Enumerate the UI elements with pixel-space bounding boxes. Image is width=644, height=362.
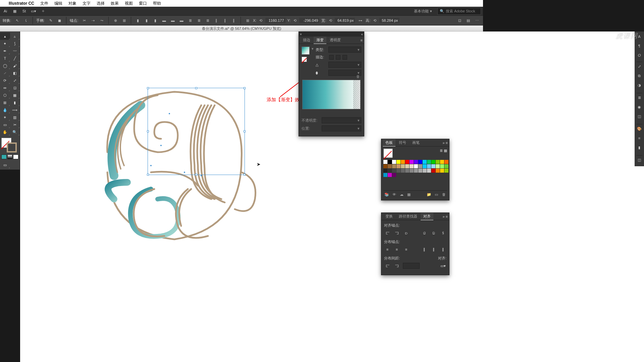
- hand-tool[interactable]: ✋: [0, 128, 10, 136]
- lasso-tool[interactable]: ⟆: [10, 40, 20, 47]
- direct-selection-tool[interactable]: ▵: [10, 33, 20, 40]
- swatch-cell[interactable]: [405, 169, 409, 173]
- tab-swatches[interactable]: 色板: [383, 139, 395, 146]
- dist-h1-icon[interactable]: ≣: [187, 17, 194, 24]
- shaper-tool[interactable]: ⟋: [0, 69, 10, 77]
- swatch-cell[interactable]: [383, 164, 387, 168]
- artboard-tool[interactable]: ▭: [0, 121, 10, 128]
- align-to-dropdown[interactable]: ▭▾: [440, 263, 446, 269]
- swatch-delete-icon[interactable]: 🗑: [441, 192, 446, 197]
- swatch-cell[interactable]: [392, 164, 396, 168]
- grid-view-icon[interactable]: ▦: [444, 148, 447, 153]
- swatch-show-icon[interactable]: 👁: [391, 192, 397, 197]
- menu-object[interactable]: 对象: [68, 1, 76, 6]
- swatch-cell[interactable]: [418, 164, 422, 168]
- link-y-icon[interactable]: ⟲: [291, 17, 298, 24]
- globe-icon[interactable]: ⊕: [112, 17, 119, 24]
- anchor-curve-icon[interactable]: ⤳: [98, 17, 105, 24]
- selection-tool[interactable]: ▴: [0, 33, 10, 40]
- link-x-icon[interactable]: ⟲: [258, 17, 264, 24]
- swatch-cell[interactable]: [436, 160, 440, 164]
- gradient-mode-swatch[interactable]: [7, 155, 13, 159]
- swatch-cell[interactable]: [414, 169, 418, 173]
- swatch-cell[interactable]: [410, 160, 414, 164]
- panel-close-icon[interactable]: ×: [300, 33, 302, 36]
- stock-icon[interactable]: St: [21, 8, 28, 14]
- snap-icon[interactable]: ⊞: [121, 17, 127, 24]
- handle-tl[interactable]: [147, 87, 149, 89]
- swatch-cell[interactable]: [388, 160, 392, 164]
- line-tool[interactable]: ╱: [10, 55, 20, 62]
- scale-tool[interactable]: ⤢: [10, 77, 20, 84]
- dist-v2-icon[interactable]: ∥: [222, 17, 228, 24]
- anchor-cut-icon[interactable]: ✂: [81, 17, 88, 24]
- fill-none-swatch[interactable]: [302, 57, 307, 62]
- dist-left-icon[interactable]: ∥: [421, 246, 428, 252]
- dist-v3-icon[interactable]: ∥: [230, 17, 237, 24]
- swatch-cell[interactable]: [423, 164, 427, 168]
- stop-opacity-input[interactable]: ▾: [322, 117, 361, 123]
- home-icon[interactable]: Ai: [2, 8, 9, 14]
- menu-effect[interactable]: 效果: [111, 1, 119, 6]
- stroke-swatch[interactable]: [7, 142, 17, 153]
- swatch-cell[interactable]: [418, 169, 422, 173]
- mesh-tool[interactable]: ⊞: [0, 99, 10, 106]
- swatch-cell[interactable]: [405, 160, 409, 164]
- anchor-join-icon[interactable]: ⇢: [90, 17, 96, 24]
- menu-help[interactable]: 帮助: [153, 1, 161, 6]
- handle-tr[interactable]: [244, 87, 246, 89]
- menu-view[interactable]: 视图: [125, 1, 133, 6]
- dist-bottom-icon[interactable]: ≡: [403, 246, 410, 252]
- swatch-cell[interactable]: [431, 164, 435, 168]
- curvature-tool[interactable]: 〰: [10, 47, 20, 55]
- convert-corner-icon[interactable]: ↖: [14, 17, 20, 24]
- swatch-cell[interactable]: [383, 173, 387, 177]
- swatch-cell[interactable]: [396, 164, 400, 168]
- eraser-tool[interactable]: ◧: [10, 69, 20, 77]
- swatch-cell[interactable]: [401, 164, 405, 168]
- dist-top-icon[interactable]: ≡: [384, 246, 391, 252]
- type-tool[interactable]: T: [0, 55, 10, 62]
- swatch-cell[interactable]: [401, 169, 405, 173]
- handle-mr[interactable]: [244, 130, 246, 132]
- align-c-icon[interactable]: ▮: [143, 17, 150, 24]
- bridge-icon[interactable]: ▦: [11, 8, 18, 14]
- tab-align[interactable]: 对齐: [421, 213, 433, 220]
- align-bottom-icon[interactable]: ⫓: [440, 230, 446, 236]
- arrange-icon[interactable]: ▭▾: [30, 8, 37, 14]
- pref-icon[interactable]: ✧: [40, 8, 46, 14]
- align-right-icon[interactable]: ⫐: [403, 230, 410, 236]
- align-b-icon[interactable]: ▬: [178, 17, 185, 24]
- swatch-cell[interactable]: [444, 169, 448, 173]
- swatch-cell[interactable]: [440, 164, 444, 168]
- gradient-type-dropdown[interactable]: ▾: [328, 47, 361, 53]
- graph-tool[interactable]: ▥: [10, 114, 20, 121]
- stroke-mode-2[interactable]: [336, 55, 340, 60]
- swatch-cell[interactable]: [418, 160, 422, 164]
- swatch-cell[interactable]: [440, 169, 444, 173]
- workspace-mode[interactable]: 基本功能 ▾: [411, 8, 435, 14]
- align-top-icon[interactable]: ⫑: [421, 230, 428, 236]
- free-transform-tool[interactable]: ⊡: [10, 84, 20, 92]
- more-icon[interactable]: ⋯: [474, 17, 480, 24]
- search-stock-input[interactable]: 🔍 搜索 Adobe Stock: [437, 8, 481, 15]
- swatch-cell[interactable]: [401, 160, 405, 164]
- panel-expand-icon[interactable]: »: [442, 215, 444, 219]
- align-l-icon[interactable]: ▮: [135, 17, 141, 24]
- menu-edit[interactable]: 编辑: [54, 1, 62, 6]
- swatch-options-icon[interactable]: ☁: [399, 192, 404, 197]
- panel-expand-icon[interactable]: »: [442, 141, 444, 145]
- menu-file[interactable]: 文件: [40, 1, 48, 6]
- link-h-icon[interactable]: ⟲: [372, 17, 378, 24]
- swatch-group-icon[interactable]: 📁: [426, 192, 432, 197]
- swatch-cell[interactable]: [431, 160, 435, 164]
- stroke-mode-1[interactable]: [329, 55, 334, 60]
- handle-bm[interactable]: [195, 174, 197, 176]
- spacing-value-input[interactable]: [403, 263, 420, 269]
- symbol-sprayer-tool[interactable]: ✶: [0, 114, 10, 121]
- swatch-cell[interactable]: [436, 169, 440, 173]
- h-value[interactable]: 58.284 px: [379, 18, 399, 23]
- swatch-new-icon[interactable]: ▭: [434, 192, 439, 197]
- gradient-ramp[interactable]: [302, 80, 361, 109]
- x-value[interactable]: 1160.177: [265, 18, 285, 23]
